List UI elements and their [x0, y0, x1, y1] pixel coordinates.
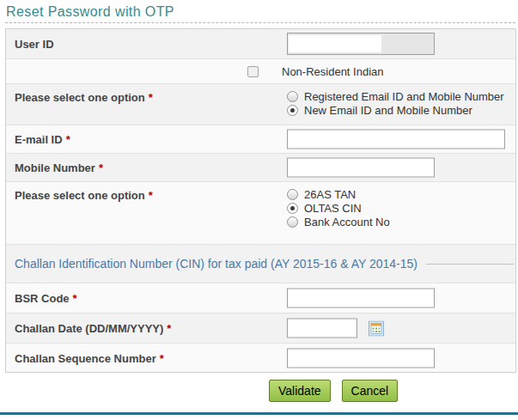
button-row: Validate Cancel [0, 372, 518, 411]
radio-button-icon [287, 105, 298, 116]
user-id-label: User ID [15, 38, 54, 51]
challan-date-row: Challan Date (DD/MM/YYYY)* [6, 313, 515, 344]
reset-password-form: User ID Non-Resident Indian Please selec… [5, 28, 516, 373]
challan-sequence-input[interactable] [287, 348, 435, 368]
radio-button-icon [287, 203, 298, 214]
required-asterisk: * [160, 351, 164, 364]
user-id-row: User ID [6, 29, 515, 59]
title-divider [5, 22, 515, 23]
email-input[interactable] [287, 130, 505, 149]
required-asterisk: * [99, 161, 103, 174]
contact-option-label: Please select one option* [15, 91, 153, 104]
mobile-input[interactable] [287, 158, 435, 178]
required-asterisk: * [73, 292, 77, 305]
challan-sequence-label: Challan Sequence Number* [15, 351, 164, 364]
challan-date-input[interactable] [287, 319, 357, 338]
bsr-code-label: BSR Code* [15, 292, 77, 305]
mobile-label: Mobile Number* [15, 161, 103, 174]
required-asterisk: * [149, 91, 153, 104]
redaction-overlay [289, 35, 381, 52]
challan-sequence-row: Challan Sequence Number* [6, 344, 515, 372]
contact-option-row: Please select one option* Registered Ema… [6, 84, 515, 125]
email-label: E-mail ID* [15, 133, 70, 146]
radio-bank-account[interactable]: Bank Account No [287, 216, 390, 228]
radio-26as-tan[interactable]: 26AS TAN [287, 188, 390, 201]
challan-date-label: Challan Date (DD/MM/YYYY)* [15, 322, 171, 335]
mobile-row: Mobile Number* [6, 154, 515, 182]
required-asterisk: * [167, 322, 171, 335]
non-resident-checkbox[interactable] [247, 66, 259, 77]
radio-button-icon [287, 216, 298, 228]
user-id-input [287, 33, 435, 55]
validate-button[interactable]: Validate [269, 380, 331, 402]
radio-button-icon [287, 91, 298, 102]
radio-button-icon [287, 189, 298, 200]
validation-option-row: Please select one option* 26AS TAN OLTAS… [6, 182, 515, 245]
page-bottom-rule [0, 412, 518, 415]
page-title: Reset Password with OTP [6, 4, 518, 20]
validation-option-label: Please select one option* [15, 189, 153, 202]
cin-section-header-row: Challan Identification Number (CIN) for … [6, 245, 515, 283]
reset-password-page: Reset Password with OTP User ID Non-Resi… [0, 4, 518, 23]
required-asterisk: * [66, 133, 70, 146]
cancel-button[interactable]: Cancel [342, 380, 399, 402]
required-asterisk: * [149, 189, 153, 202]
non-resident-row: Non-Resident Indian [6, 59, 515, 84]
radio-oltas-cin[interactable]: OLTAS CIN [287, 202, 390, 215]
cin-section-header: Challan Identification Number (CIN) for … [15, 257, 417, 271]
email-row: E-mail ID* [6, 125, 515, 154]
radio-new-email[interactable]: New Email ID and Mobile Number [287, 104, 504, 117]
section-header-rule [426, 264, 514, 265]
bsr-code-input[interactable] [287, 289, 435, 308]
radio-registered-email[interactable]: Registered Email ID and Mobile Number [287, 90, 504, 103]
bsr-code-row: BSR Code* [6, 283, 515, 313]
calendar-icon[interactable] [369, 320, 384, 336]
non-resident-label: Non-Resident Indian [282, 65, 384, 78]
